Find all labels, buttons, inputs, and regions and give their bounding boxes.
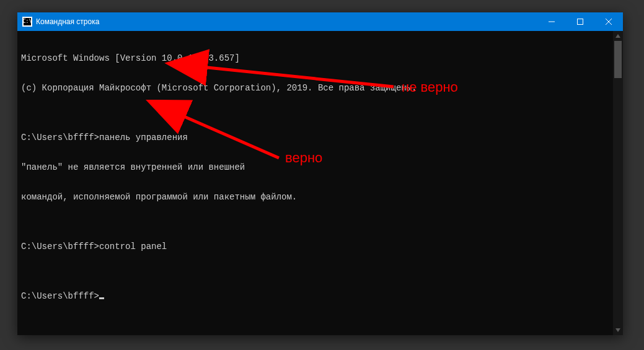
svg-rect-1 xyxy=(578,19,583,25)
maximize-button[interactable] xyxy=(566,12,594,31)
output-line: "панель" не является внутренней или внеш… xyxy=(21,162,609,172)
minimize-button[interactable] xyxy=(537,12,566,31)
scroll-down-button[interactable] xyxy=(613,325,623,335)
cmd-window: C:\ Командная строка Microsoft Windows [… xyxy=(17,12,623,335)
window-title: Командная строка xyxy=(36,17,99,26)
cmd-icon: C:\ xyxy=(22,17,32,27)
close-button[interactable] xyxy=(594,12,623,31)
titlebar[interactable]: C:\ Командная строка xyxy=(17,12,623,31)
output-line: C:\Users\bffff>control panel xyxy=(21,242,609,252)
svg-marker-4 xyxy=(615,34,620,38)
cursor xyxy=(99,297,104,299)
output-line: C:\Users\bffff>панель управления xyxy=(21,133,609,142)
client-area: Microsoft Windows [Version 10.0.18363.65… xyxy=(17,31,623,335)
vertical-scrollbar[interactable] xyxy=(613,31,623,335)
output-line: командой, исполняемой программой или пак… xyxy=(21,192,609,202)
output-line: Microsoft Windows [Version 10.0.18363.65… xyxy=(21,53,609,63)
scroll-thumb[interactable] xyxy=(614,41,622,78)
prompt-line: C:\Users\bffff> xyxy=(21,291,609,301)
scroll-up-button[interactable] xyxy=(613,31,623,41)
cmd-icon-glyph: C:\ xyxy=(23,19,32,24)
prompt-text: C:\Users\bffff> xyxy=(21,291,99,301)
output-line: (c) Корпорация Майкрософт (Microsoft Cor… xyxy=(21,83,609,93)
terminal-output[interactable]: Microsoft Windows [Version 10.0.18363.65… xyxy=(17,31,613,335)
svg-marker-5 xyxy=(615,328,620,332)
